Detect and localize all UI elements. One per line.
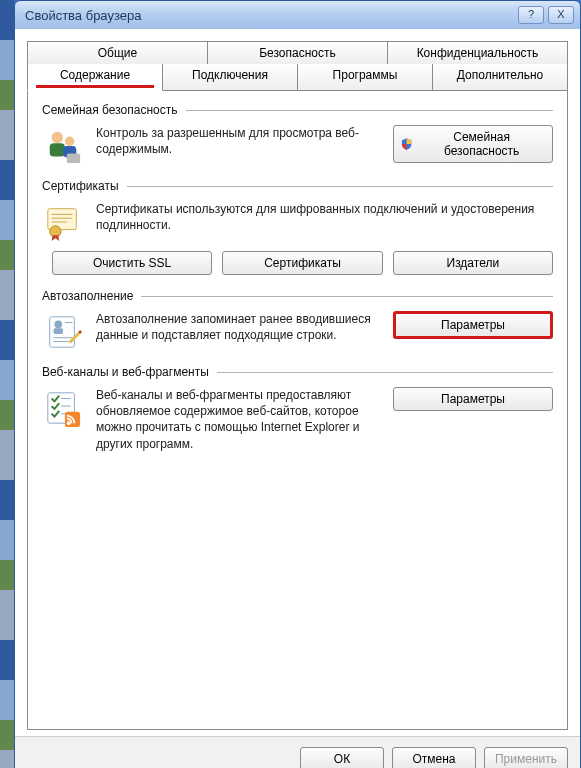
certificate-icon bbox=[44, 203, 82, 241]
tab-label: Безопасность bbox=[259, 46, 336, 60]
tab-label: Конфиденциальность bbox=[417, 46, 539, 60]
tab-label: Содержание bbox=[60, 68, 130, 82]
ok-button[interactable]: ОК bbox=[300, 747, 384, 768]
shield-icon bbox=[400, 137, 413, 151]
group-feeds: Веб-каналы и веб-фрагменты bbox=[42, 365, 553, 452]
group-title: Веб-каналы и веб-фрагменты bbox=[42, 365, 209, 379]
tab-label: Программы bbox=[333, 68, 398, 82]
tab-label: Общие bbox=[98, 46, 137, 60]
tab-connections[interactable]: Подключения bbox=[163, 64, 298, 91]
svg-rect-1 bbox=[50, 143, 65, 156]
group-autofill: Автозаполнение bbox=[42, 289, 553, 351]
tab-programs[interactable]: Программы bbox=[298, 64, 433, 91]
feeds-icon bbox=[44, 389, 82, 427]
divider bbox=[127, 186, 553, 187]
background-strip bbox=[0, 0, 14, 768]
tab-panel: Семейная безопасность bbox=[27, 90, 568, 730]
publishers-button[interactable]: Издатели bbox=[393, 251, 553, 275]
svg-point-0 bbox=[52, 132, 63, 143]
dialog-button-bar: ОК Отмена Применить bbox=[15, 736, 580, 768]
certs-text: Сертификаты используются для шифрованных… bbox=[96, 201, 553, 233]
group-title: Автозаполнение bbox=[42, 289, 133, 303]
close-button[interactable]: X bbox=[548, 6, 574, 24]
group-family-safety: Семейная безопасность bbox=[42, 103, 553, 165]
titlebar[interactable]: Свойства браузера ? X bbox=[15, 1, 580, 29]
family-icon bbox=[44, 127, 82, 165]
tab-label: Подключения bbox=[192, 68, 268, 82]
tab-privacy[interactable]: Конфиденциальность bbox=[388, 41, 568, 65]
autofill-text: Автозаполнение запоминает ранее вводивши… bbox=[96, 311, 381, 343]
autofill-settings-button[interactable]: Параметры bbox=[393, 311, 553, 339]
svg-rect-12 bbox=[54, 328, 64, 334]
family-safety-button[interactable]: Семейная безопасность bbox=[393, 125, 553, 163]
window-title: Свойства браузера bbox=[25, 8, 514, 23]
properties-dialog: Свойства браузера ? X Общие Безопасность… bbox=[14, 0, 581, 768]
feeds-settings-button[interactable]: Параметры bbox=[393, 387, 553, 411]
divider bbox=[141, 296, 553, 297]
help-button[interactable]: ? bbox=[518, 6, 544, 24]
tab-content[interactable]: Содержание bbox=[27, 64, 163, 91]
tab-advanced[interactable]: Дополнительно bbox=[433, 64, 568, 91]
tab-security[interactable]: Безопасность bbox=[208, 41, 388, 65]
group-title: Семейная безопасность bbox=[42, 103, 178, 117]
cancel-button[interactable]: Отмена bbox=[392, 747, 476, 768]
clear-ssl-button[interactable]: Очистить SSL bbox=[52, 251, 212, 275]
group-title: Сертификаты bbox=[42, 179, 119, 193]
certificates-button[interactable]: Сертификаты bbox=[222, 251, 382, 275]
button-label: Семейная безопасность bbox=[417, 130, 546, 158]
active-tab-underline bbox=[36, 85, 154, 88]
apply-button[interactable]: Применить bbox=[484, 747, 568, 768]
svg-point-11 bbox=[54, 321, 62, 329]
dialog-content: Общие Безопасность Конфиденциальность Со… bbox=[15, 29, 580, 736]
family-text: Контроль за разрешенным для просмотра ве… bbox=[96, 125, 381, 157]
divider bbox=[217, 372, 553, 373]
feeds-text: Веб-каналы и веб-фрагменты предоставляют… bbox=[96, 387, 381, 452]
svg-rect-4 bbox=[67, 154, 80, 164]
group-certificates: Сертификаты bbox=[42, 179, 553, 275]
svg-point-2 bbox=[65, 137, 75, 147]
autofill-icon bbox=[44, 313, 82, 351]
tab-general[interactable]: Общие bbox=[27, 41, 208, 65]
divider bbox=[186, 110, 553, 111]
tab-label: Дополнительно bbox=[457, 68, 543, 82]
tab-container: Общие Безопасность Конфиденциальность Со… bbox=[27, 41, 568, 730]
svg-point-21 bbox=[67, 421, 71, 425]
